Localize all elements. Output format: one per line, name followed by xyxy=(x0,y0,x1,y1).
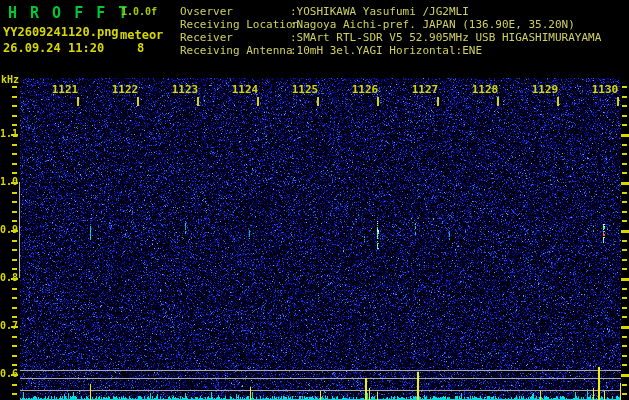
freq-tick-label: 1.0 xyxy=(0,176,18,187)
station-info-row: Ovserver:YOSHIKAWA Yasufumi /JG2MLI xyxy=(180,5,299,18)
station-info-row: Receiving Location:Nagoya Aichi-pref. JA… xyxy=(180,18,299,31)
station-info-value: :YOSHIKAWA Yasufumi /JG2MLI xyxy=(290,5,469,18)
station-info-label: Receiver xyxy=(180,31,233,44)
meteor-count: 8 xyxy=(137,41,144,55)
station-info-row: Receiver:SMArt RTL-SDR V5 52.905MHz USB … xyxy=(180,31,299,44)
time-tick-label: 1128 xyxy=(470,83,500,96)
freq-tick-label: 0.9 xyxy=(0,224,18,235)
station-info-value: :Nagoya Aichi-pref. JAPAN (136.90E, 35.2… xyxy=(290,18,575,31)
time-tick-label: 1130 xyxy=(590,83,620,96)
station-info-value: :SMArt RTL-SDR V5 52.905MHz USB HIGASHIM… xyxy=(290,31,601,44)
time-tick-label: 1121 xyxy=(50,83,80,96)
app-version: 1.0.0f xyxy=(121,6,157,17)
mode-label: meteor xyxy=(120,28,163,42)
time-tick-label: 1129 xyxy=(530,83,560,96)
freq-axis-unit: kHz xyxy=(1,74,19,85)
freq-tick-label: 1.1 xyxy=(0,128,18,139)
freq-tick-label: 0.8 xyxy=(0,272,18,283)
station-info-value: :10mH 3el.YAGI Horizontal:ENE xyxy=(290,44,482,57)
timestamp: 26.09.24 11:20 xyxy=(3,41,104,55)
time-tick-label: 1124 xyxy=(230,83,260,96)
station-info: Ovserver:YOSHIKAWA Yasufumi /JG2MLIRecei… xyxy=(180,5,299,57)
time-tick-label: 1122 xyxy=(110,83,140,96)
station-info-label: Receiving Location xyxy=(180,18,299,31)
freq-tick-label: 0.7 xyxy=(0,320,18,331)
app-title: H R O F F T xyxy=(8,4,129,22)
station-info-row: Receiving Antenna:10mH 3el.YAGI Horizont… xyxy=(180,44,299,57)
time-tick-label: 1126 xyxy=(350,83,380,96)
time-tick-label: 1123 xyxy=(170,83,200,96)
time-tick-label: 1125 xyxy=(290,83,320,96)
time-tick-label: 1127 xyxy=(410,83,440,96)
output-filename: YY2609241120.png xyxy=(3,25,119,39)
freq-tick-label: 0.6 xyxy=(0,368,18,379)
hrofft-output-window: H R O F F T 1.0.0f YY2609241120.png mete… xyxy=(0,0,629,400)
spectrogram-canvas xyxy=(0,0,629,400)
station-info-label: Ovserver xyxy=(180,5,233,18)
station-info-label: Receiving Antenna xyxy=(180,44,293,57)
